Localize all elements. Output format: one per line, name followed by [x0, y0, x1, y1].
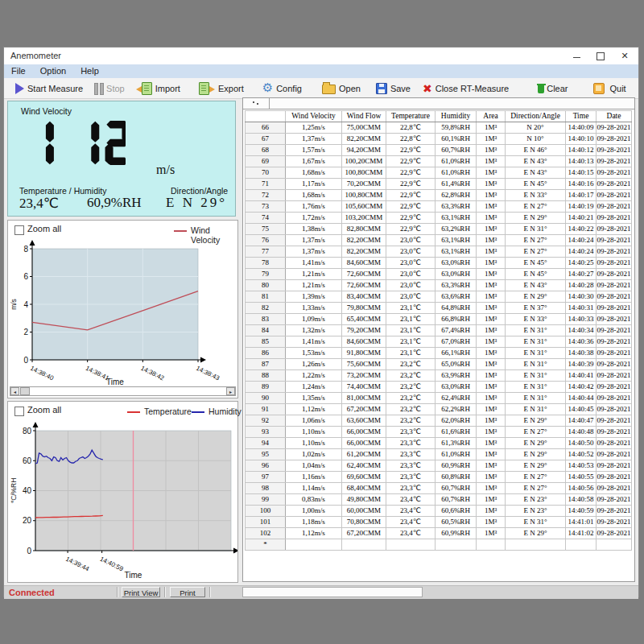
table-cell[interactable]: 1,18m/s [286, 517, 342, 528]
save-button[interactable]: Save [376, 80, 411, 97]
table-cell[interactable]: 1,04m/s [286, 460, 342, 472]
table-row[interactable]: 1001,00m/s60,00CMM23,4℃60,6%RH1M³E N 23°… [246, 506, 632, 517]
table-cell[interactable]: 63,1%RH [436, 246, 477, 258]
table-row[interactable]: 951,02m/s61,20CMM23,3℃61,0%RH1M³E N 29°1… [246, 449, 632, 460]
table-cell[interactable]: 1,26m/s [286, 359, 342, 370]
table-cell[interactable]: 1M³ [477, 269, 506, 280]
table-row[interactable]: 671,37m/s82,20CMM22,8℃60,1%RH1M³N 10°14:… [246, 134, 632, 145]
table-cell[interactable]: 63,6%RH [436, 291, 477, 303]
table-cell[interactable]: 63,3%RH [436, 280, 477, 291]
table-cell[interactable]: 09-28-2021 [597, 122, 632, 134]
table-cell[interactable]: 09-28-2021 [597, 291, 632, 303]
table-cell[interactable]: 09-28-2021 [597, 224, 632, 235]
table-cell[interactable]: 14:40:16 [566, 179, 597, 190]
table-cell[interactable] [597, 539, 632, 551]
row-header-cell[interactable]: 76 [246, 235, 286, 246]
table-cell[interactable]: 14:40:12 [566, 145, 597, 156]
table-cell[interactable]: 61,20CMM [342, 449, 386, 460]
table-cell[interactable]: E N 43° [506, 280, 566, 291]
row-header-cell[interactable]: 80 [246, 280, 286, 291]
table-cell[interactable]: 62,4%RH [436, 393, 477, 404]
table-cell[interactable]: E N 31° [506, 382, 566, 393]
row-header-cell[interactable]: 100 [246, 506, 286, 517]
table-cell[interactable]: 14:40:31 [566, 303, 597, 314]
table-cell[interactable]: 65,0%RH [436, 359, 477, 370]
table-cell[interactable]: 70,80CMM [342, 517, 386, 528]
table-cell[interactable]: 14:40:36 [566, 336, 597, 348]
table-cell[interactable]: 22,9℃ [386, 179, 436, 190]
table-cell[interactable]: 23,4℃ [386, 528, 436, 539]
table-row[interactable]: 741,72m/s103,20CMM22,9℃63,1%RH1M³E N 29°… [246, 213, 632, 224]
table-cell[interactable]: 09-28-2021 [597, 201, 632, 213]
table-cell[interactable]: 63,60CMM [342, 415, 386, 427]
table-cell[interactable]: 1M³ [477, 122, 506, 134]
table-cell[interactable]: 1M³ [477, 314, 506, 325]
table-cell[interactable]: N 20° [506, 122, 566, 134]
table-cell[interactable]: 1,53m/s [286, 348, 342, 359]
table-cell[interactable]: 1,32m/s [286, 325, 342, 336]
table-cell[interactable]: 09-28-2021 [597, 258, 632, 269]
table-cell[interactable]: 14:40:39 [566, 359, 597, 370]
table-cell[interactable]: 63,0%RH [436, 258, 477, 269]
table-cell[interactable]: 60,9%RH [436, 528, 477, 539]
table-cell[interactable]: 1,12m/s [286, 528, 342, 539]
table-cell[interactable]: 60,5%RH [436, 517, 477, 528]
table-cell[interactable]: 1,68m/s [286, 190, 342, 201]
table-row[interactable]: 911,12m/s67,20CMM23,2℃62,2%RH1M³E N 31°1… [246, 404, 632, 415]
print-view-button[interactable]: Print View [122, 587, 160, 597]
table-cell[interactable]: 1M³ [477, 303, 506, 314]
table-cell[interactable]: 1,21m/s [286, 269, 342, 280]
table-row[interactable]: 1021,12m/s67,20CMM23,4℃60,9%RH1M³E N 29°… [246, 528, 632, 539]
row-header-cell[interactable]: 73 [246, 201, 286, 213]
row-header-cell[interactable]: 68 [246, 145, 286, 156]
row-header-cell[interactable]: 90 [246, 393, 286, 404]
table-row[interactable]: 751,38m/s82,80CMM22,9℃63,2%RH1M³E N 31°1… [246, 224, 632, 235]
table-row[interactable]: 821,33m/s79,80CMM23,1℃64,8%RH1M³E N 37°1… [246, 303, 632, 314]
table-cell[interactable]: 09-28-2021 [597, 213, 632, 224]
table-cell[interactable] [566, 539, 597, 551]
menu-option[interactable]: Option [33, 64, 73, 78]
table-row[interactable]: 931,10m/s66,00CMM23,3℃61,6%RH1M³E N 27°1… [246, 427, 632, 438]
table-cell[interactable]: 1M³ [477, 449, 506, 460]
table-cell[interactable]: E N 29° [506, 291, 566, 303]
chart1-hscrollbar[interactable]: ◂ ▸ [10, 386, 236, 396]
table-row[interactable]: 681,57m/s94,20CMM22,9℃60,7%RH1M³E N 46°1… [246, 145, 632, 156]
table-cell[interactable]: 09-28-2021 [597, 359, 632, 370]
table-cell[interactable]: 63,1%RH [436, 235, 477, 246]
row-header-cell[interactable]: 78 [246, 258, 286, 269]
table-cell[interactable]: 14:40:56 [566, 483, 597, 494]
table-row[interactable]: 661,25m/s75,00CMM22,8℃59,8%RH1M³N 20°14:… [246, 122, 632, 134]
table-row[interactable]: 971,16m/s69,60CMM23,3℃60,8%RH1M³E N 27°1… [246, 472, 632, 483]
table-cell[interactable]: 23,2℃ [386, 415, 436, 427]
table-cell[interactable]: 66,8%RH [436, 314, 477, 325]
table-cell[interactable]: 66,00CMM [342, 427, 386, 438]
scroll-left-arrow-icon[interactable]: ◂ [10, 387, 19, 395]
table-cell[interactable]: 14:40:17 [566, 190, 597, 201]
table-cell[interactable]: 60,6%RH [436, 506, 477, 517]
row-header-cell[interactable]: 86 [246, 348, 286, 359]
row-header-cell[interactable]: 71 [246, 179, 286, 190]
table-cell[interactable]: 1M³ [477, 460, 506, 472]
table-cell[interactable] [506, 539, 566, 551]
table-cell[interactable]: 1M³ [477, 393, 506, 404]
table-row[interactable]: 731,76m/s105,60CMM22,9℃63,3%RH1M³E N 27°… [246, 201, 632, 213]
table-row[interactable]: 901,35m/s81,00CMM23,2℃62,4%RH1M³E N 31°1… [246, 393, 632, 404]
table-cell[interactable]: 09-28-2021 [597, 280, 632, 291]
table-cell[interactable]: 14:40:34 [566, 325, 597, 336]
table-cell[interactable]: 14:40:25 [566, 258, 597, 269]
column-header-cell[interactable]: Temperature [386, 111, 436, 122]
table-row[interactable]: 831,09m/s65,40CMM23,1℃66,8%RH1M³E N 33°1… [246, 314, 632, 325]
table-cell[interactable]: 22,9℃ [386, 145, 436, 156]
table-row[interactable]: 851,41m/s84,60CMM23,1℃67,0%RH1M³E N 31°1… [246, 336, 632, 348]
quit-button[interactable]: Quit [593, 80, 626, 97]
row-header-cell[interactable]: 74 [246, 213, 286, 224]
table-cell[interactable]: 1M³ [477, 167, 506, 179]
row-header-cell[interactable]: 85 [246, 336, 286, 348]
row-header-cell[interactable]: 75 [246, 224, 286, 235]
scroll-right-arrow-icon[interactable]: ▸ [226, 387, 235, 395]
table-cell[interactable]: 61,0%RH [436, 167, 477, 179]
row-header-cell[interactable]: 83 [246, 314, 286, 325]
column-header-cell[interactable]: Wind Velocity [286, 111, 342, 122]
table-cell[interactable]: 09-28-2021 [597, 145, 632, 156]
table-cell[interactable]: 23,2℃ [386, 393, 436, 404]
